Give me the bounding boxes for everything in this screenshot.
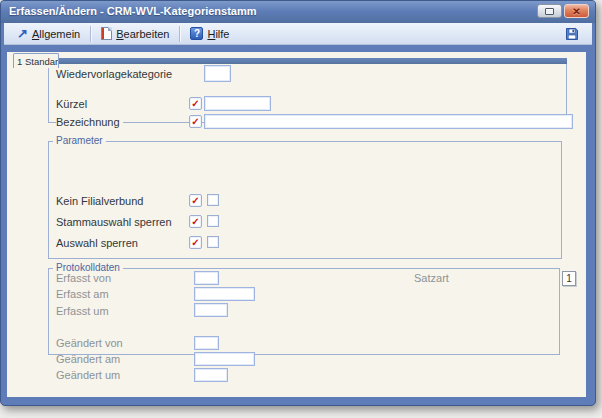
geaendert-um-input[interactable] xyxy=(194,368,228,382)
tab-panel-header-bar xyxy=(56,58,567,64)
erfasst-am-input[interactable] xyxy=(194,287,255,301)
kuerzel-input[interactable] xyxy=(204,96,271,111)
save-icon xyxy=(565,27,579,41)
wiedervorlagekategorie-input[interactable] xyxy=(204,65,231,82)
close-icon: ✕ xyxy=(572,6,580,17)
erfasst-um-label: Erfasst um xyxy=(56,305,112,317)
allgemein-button[interactable]: ↗ Allgemein xyxy=(12,26,85,42)
satzart-label: Satzart xyxy=(414,272,452,284)
close-button[interactable]: ✕ xyxy=(564,4,589,18)
toolbar: ↗ Allgemein Bearbeiten ? Hilfe xyxy=(4,23,592,45)
required-check-icon[interactable]: ✓ xyxy=(189,115,202,128)
allgemein-button-label: Allgemein xyxy=(32,28,80,40)
kuerzel-label: Kürzel xyxy=(56,98,90,110)
erfasst-am-label: Erfasst am xyxy=(56,288,112,300)
arrow-up-right-icon: ↗ xyxy=(17,28,28,40)
kein-filialverbund-checkbox[interactable] xyxy=(207,194,219,206)
auswahl-sperren-checkbox[interactable] xyxy=(207,236,219,248)
parameter-legend: Parameter xyxy=(53,135,106,146)
app-window: Erfassen/Ändern - CRM-WVL-Kategorienstam… xyxy=(0,0,596,406)
tab-standard-label: 1 Standard xyxy=(17,56,59,67)
bezeichnung-input[interactable] xyxy=(204,114,573,129)
edit-page-icon xyxy=(101,27,112,40)
geaendert-von-input[interactable] xyxy=(194,336,219,350)
save-button[interactable] xyxy=(560,25,584,43)
window-restore-icon xyxy=(545,8,554,15)
restore-button[interactable] xyxy=(537,4,562,18)
bearbeiten-button[interactable]: Bearbeiten xyxy=(96,25,174,42)
geaendert-am-input[interactable] xyxy=(194,352,255,366)
bezeichnung-label: Bezeichnung xyxy=(56,116,123,128)
auswahl-sperren-label: Auswahl sperren xyxy=(56,237,141,249)
kein-filialverbund-label: Kein Filialverbund xyxy=(56,195,146,207)
geaendert-am-label: Geändert am xyxy=(56,353,123,365)
geaendert-von-label: Geändert von xyxy=(56,337,126,349)
satzart-value-box: 1 xyxy=(562,271,576,286)
tab-standard[interactable]: 1 Standard xyxy=(13,53,59,68)
required-check-icon[interactable]: ✓ xyxy=(189,97,202,110)
erfasst-von-label: Erfasst von xyxy=(56,272,114,284)
toolbar-separator xyxy=(179,26,180,42)
erfasst-von-input[interactable] xyxy=(194,271,219,285)
wiedervorlagekategorie-label: Wiedervorlagekategorie xyxy=(56,68,175,80)
stammauswahl-sperren-label: Stammauswahl sperren xyxy=(56,216,175,228)
required-check-icon[interactable]: ✓ xyxy=(189,215,202,228)
erfasst-um-input[interactable] xyxy=(194,303,228,317)
help-icon: ? xyxy=(190,27,203,40)
bearbeiten-button-label: Bearbeiten xyxy=(116,28,169,40)
form-area: 1 Standard Wiedervorlagekategorie Kürzel… xyxy=(7,52,586,397)
window-title: Erfassen/Ändern - CRM-WVL-Kategorienstam… xyxy=(9,5,257,17)
required-check-icon[interactable]: ✓ xyxy=(189,194,202,207)
desktop-background: Erfassen/Ändern - CRM-WVL-Kategorienstam… xyxy=(0,0,602,418)
toolbar-separator xyxy=(90,26,91,42)
window-titlebar[interactable]: Erfassen/Ändern - CRM-WVL-Kategorienstam… xyxy=(1,1,595,23)
hilfe-button-label: Hilfe xyxy=(207,28,229,40)
hilfe-button[interactable]: ? Hilfe xyxy=(185,25,234,42)
required-check-icon[interactable]: ✓ xyxy=(189,236,202,249)
geaendert-um-label: Geändert um xyxy=(56,369,123,381)
stammauswahl-sperren-checkbox[interactable] xyxy=(207,215,219,227)
